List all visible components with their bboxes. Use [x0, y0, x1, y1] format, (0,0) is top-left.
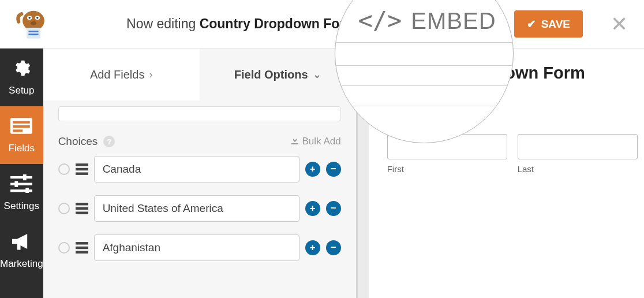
check-icon: ✔: [527, 17, 536, 31]
drag-handle-icon[interactable]: [76, 163, 88, 175]
add-choice-button[interactable]: +: [305, 240, 320, 255]
preview-field-label: Name *: [387, 116, 638, 128]
field-preview-box: [58, 106, 341, 121]
code-icon: </>: [430, 17, 456, 31]
preview-form-title: Country Dropdown Form: [387, 64, 638, 83]
radio-default[interactable]: [58, 163, 70, 175]
choice-row: + −: [58, 156, 341, 182]
svg-point-3: [28, 17, 30, 18]
tab-field-options[interactable]: Field Options ⌄: [200, 49, 356, 100]
radio-default[interactable]: [58, 203, 70, 214]
preview-pane: Country Dropdown Form Name * First Last: [369, 49, 644, 298]
svg-rect-26: [76, 242, 88, 244]
add-choice-button[interactable]: +: [305, 162, 320, 177]
radio-default[interactable]: [58, 242, 70, 254]
sidebar-item-label: Marketing: [0, 258, 43, 270]
choice-row: + −: [58, 195, 341, 222]
add-choice-button[interactable]: +: [305, 201, 320, 216]
svg-rect-25: [76, 212, 88, 214]
sidebar-item-setup[interactable]: Setup: [0, 49, 43, 106]
svg-rect-8: [28, 33, 38, 35]
svg-rect-23: [76, 203, 88, 205]
logo: [0, 0, 67, 49]
svg-rect-10: [13, 121, 31, 123]
close-icon: ✕: [611, 12, 628, 36]
svg-rect-18: [26, 188, 29, 193]
choices-label: Choices: [58, 135, 98, 148]
svg-rect-14: [10, 182, 32, 185]
first-name-input[interactable]: [387, 134, 507, 159]
choice-row: + −: [58, 234, 341, 261]
choice-input[interactable]: [94, 195, 299, 222]
svg-rect-24: [76, 207, 88, 210]
choice-input[interactable]: [94, 156, 299, 182]
sidebar-item-label: Setup: [9, 85, 34, 96]
svg-rect-19: [17, 244, 21, 249]
svg-rect-17: [15, 181, 18, 187]
sidebar-item-label: Settings: [4, 200, 39, 212]
bulk-add-button[interactable]: Bulk Add: [291, 136, 341, 147]
close-button[interactable]: ✕: [594, 14, 644, 35]
svg-rect-28: [76, 251, 88, 254]
first-sublabel: First: [387, 164, 507, 174]
sidebar-item-settings[interactable]: Settings: [0, 164, 43, 222]
svg-rect-15: [10, 189, 32, 192]
svg-rect-22: [76, 173, 88, 175]
gear-icon: [10, 59, 32, 80]
sidebar-item-marketing[interactable]: Marketing: [0, 222, 43, 280]
choice-input[interactable]: [94, 234, 299, 261]
svg-rect-13: [10, 176, 32, 178]
tab-add-fields[interactable]: Add Fields ›: [43, 49, 200, 100]
svg-rect-7: [28, 31, 38, 32]
remove-choice-button[interactable]: −: [326, 162, 341, 177]
chevron-right-icon: ›: [149, 69, 152, 81]
svg-rect-20: [76, 163, 88, 166]
save-button[interactable]: ✔ SAVE: [514, 10, 583, 38]
sidebar-item-label: Fields: [9, 143, 35, 154]
svg-rect-27: [76, 247, 88, 249]
sidebar: Setup Fields Settings Marketing: [0, 49, 43, 298]
help-icon[interactable]: ?: [103, 136, 115, 147]
svg-rect-12: [13, 129, 23, 132]
svg-rect-6: [27, 28, 40, 39]
last-name-input[interactable]: [518, 134, 638, 159]
form-icon: [10, 117, 32, 138]
sliders-icon: [10, 174, 32, 196]
remove-choice-button[interactable]: −: [326, 240, 341, 255]
sidebar-item-fields[interactable]: Fields: [0, 106, 43, 164]
svg-point-5: [31, 21, 36, 25]
embed-button[interactable]: </> EMBED: [416, 0, 514, 49]
chevron-down-icon: ⌄: [313, 68, 321, 81]
remove-choice-button[interactable]: −: [326, 201, 341, 216]
svg-point-4: [36, 17, 38, 18]
drag-handle-icon[interactable]: [76, 242, 88, 254]
svg-rect-21: [76, 168, 88, 170]
download-icon: [291, 136, 299, 147]
svg-rect-16: [23, 174, 27, 180]
page-title: Now editing Country Dropdown Form: [67, 16, 416, 32]
bullhorn-icon: [10, 232, 32, 254]
last-sublabel: Last: [518, 164, 638, 174]
splitter[interactable]: [356, 49, 369, 298]
drag-handle-icon[interactable]: [76, 203, 88, 214]
svg-rect-11: [13, 125, 31, 127]
